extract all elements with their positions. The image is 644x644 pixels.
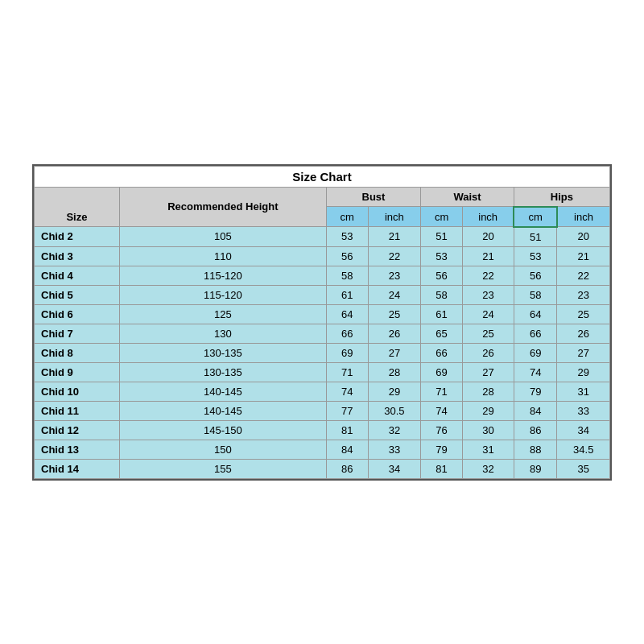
size-cell: Chid 7 bbox=[35, 324, 120, 343]
hips-inch-cell: 22 bbox=[557, 266, 610, 285]
size-cell: Chid 3 bbox=[35, 246, 120, 266]
table-row: Chid 14 155 86 34 81 32 89 35 bbox=[35, 459, 610, 478]
hips-inch-cell: 34 bbox=[557, 420, 610, 440]
hips-inch-cell: 34.5 bbox=[557, 440, 610, 459]
waist-inch-cell: 29 bbox=[463, 401, 514, 420]
bust-inch-cell: 25 bbox=[368, 304, 420, 324]
hips-cm-cell: 64 bbox=[514, 304, 557, 324]
hips-inch-cell: 33 bbox=[557, 401, 610, 420]
hips-inch-cell: 25 bbox=[557, 304, 610, 324]
hips-cm-cell: 51 bbox=[514, 227, 557, 247]
waist-cm-cell: 71 bbox=[421, 382, 463, 401]
bust-inch-cell: 28 bbox=[368, 362, 420, 382]
hips-cm-cell: 58 bbox=[514, 285, 557, 304]
waist-cm-cell: 69 bbox=[421, 362, 463, 382]
bust-cm-cell: 74 bbox=[326, 382, 368, 401]
waist-inch-cell: 31 bbox=[463, 440, 514, 459]
hips-cm-cell: 84 bbox=[514, 401, 557, 420]
hips-header: Hips bbox=[514, 187, 609, 207]
waist-cm-cell: 81 bbox=[421, 459, 463, 478]
header-group-row: Size Recommended Height Bust Waist Hips bbox=[35, 187, 610, 207]
waist-inch-cell: 26 bbox=[463, 343, 514, 362]
bust-cm-cell: 71 bbox=[326, 362, 368, 382]
hips-cm-cell: 79 bbox=[514, 382, 557, 401]
table-row: Chid 6 125 64 25 61 24 64 25 bbox=[35, 304, 610, 324]
hips-cm-cell: 69 bbox=[514, 343, 557, 362]
bust-cm-cell: 58 bbox=[326, 266, 368, 285]
height-cell: 150 bbox=[119, 440, 326, 459]
table-row: Chid 3 110 56 22 53 21 53 21 bbox=[35, 246, 610, 266]
height-cell: 130-135 bbox=[119, 343, 326, 362]
bust-cm-cell: 56 bbox=[326, 246, 368, 266]
size-cell: Chid 14 bbox=[35, 459, 120, 478]
bust-cm-cell: 53 bbox=[326, 227, 368, 247]
height-cell: 145-150 bbox=[119, 420, 326, 440]
size-cell: Chid 6 bbox=[35, 304, 120, 324]
bust-cm-unit: cm bbox=[326, 207, 368, 227]
table-title: Size Chart bbox=[35, 166, 610, 187]
waist-inch-cell: 23 bbox=[463, 285, 514, 304]
table-row: Chid 7 130 66 26 65 25 66 26 bbox=[35, 324, 610, 343]
table-body: Chid 2 105 53 21 51 20 51 20 Chid 3 110 … bbox=[35, 227, 610, 479]
size-cell: Chid 12 bbox=[35, 420, 120, 440]
table-row: Chid 9 130-135 71 28 69 27 74 29 bbox=[35, 362, 610, 382]
height-cell: 140-145 bbox=[119, 401, 326, 420]
waist-inch-cell: 22 bbox=[463, 266, 514, 285]
hips-inch-cell: 35 bbox=[557, 459, 610, 478]
hips-inch-cell: 29 bbox=[557, 362, 610, 382]
size-cell: Chid 5 bbox=[35, 285, 120, 304]
hips-cm-cell: 88 bbox=[514, 440, 557, 459]
height-cell: 140-145 bbox=[119, 382, 326, 401]
hips-cm-cell: 66 bbox=[514, 324, 557, 343]
hips-cm-cell: 56 bbox=[514, 266, 557, 285]
bust-inch-cell: 27 bbox=[368, 343, 420, 362]
height-cell: 105 bbox=[119, 227, 326, 247]
waist-cm-cell: 76 bbox=[421, 420, 463, 440]
waist-inch-cell: 32 bbox=[463, 459, 514, 478]
bust-inch-cell: 22 bbox=[368, 246, 420, 266]
bust-inch-cell: 30.5 bbox=[368, 401, 420, 420]
bust-inch-cell: 23 bbox=[368, 266, 420, 285]
hips-inch-cell: 20 bbox=[557, 227, 610, 247]
bust-inch-cell: 34 bbox=[368, 459, 420, 478]
bust-inch-cell: 24 bbox=[368, 285, 420, 304]
waist-cm-cell: 66 bbox=[421, 343, 463, 362]
table-row: Chid 8 130-135 69 27 66 26 69 27 bbox=[35, 343, 610, 362]
size-header: Size bbox=[35, 187, 120, 227]
title-row: Size Chart bbox=[35, 166, 610, 187]
size-cell: Chid 13 bbox=[35, 440, 120, 459]
table-row: Chid 12 145-150 81 32 76 30 86 34 bbox=[35, 420, 610, 440]
bust-header: Bust bbox=[326, 187, 420, 207]
rec-height-header: Recommended Height bbox=[119, 187, 326, 227]
hips-inch-cell: 26 bbox=[557, 324, 610, 343]
table-row: Chid 4 115-120 58 23 56 22 56 22 bbox=[35, 266, 610, 285]
waist-inch-cell: 20 bbox=[463, 227, 514, 247]
size-chart-table: Size Chart Size Recommended Height Bust … bbox=[34, 166, 610, 479]
bust-cm-cell: 77 bbox=[326, 401, 368, 420]
bust-cm-cell: 81 bbox=[326, 420, 368, 440]
bust-cm-cell: 66 bbox=[326, 324, 368, 343]
table-row: Chid 13 150 84 33 79 31 88 34.5 bbox=[35, 440, 610, 459]
waist-cm-cell: 79 bbox=[421, 440, 463, 459]
size-cell: Chid 8 bbox=[35, 343, 120, 362]
waist-inch-cell: 25 bbox=[463, 324, 514, 343]
bust-cm-cell: 69 bbox=[326, 343, 368, 362]
hips-inch-cell: 27 bbox=[557, 343, 610, 362]
height-cell: 130-135 bbox=[119, 362, 326, 382]
bust-cm-cell: 86 bbox=[326, 459, 368, 478]
waist-cm-unit: cm bbox=[421, 207, 463, 227]
table-row: Chid 10 140-145 74 29 71 28 79 31 bbox=[35, 382, 610, 401]
waist-cm-cell: 53 bbox=[421, 246, 463, 266]
bust-cm-cell: 61 bbox=[326, 285, 368, 304]
hips-cm-unit: cm bbox=[514, 207, 557, 227]
waist-cm-cell: 58 bbox=[421, 285, 463, 304]
size-cell: Chid 10 bbox=[35, 382, 120, 401]
height-cell: 115-120 bbox=[119, 285, 326, 304]
size-chart-wrapper: Size Chart Size Recommended Height Bust … bbox=[32, 164, 612, 481]
waist-inch-cell: 28 bbox=[463, 382, 514, 401]
waist-cm-cell: 65 bbox=[421, 324, 463, 343]
hips-inch-cell: 21 bbox=[557, 246, 610, 266]
bust-inch-cell: 32 bbox=[368, 420, 420, 440]
waist-inch-cell: 24 bbox=[463, 304, 514, 324]
height-cell: 155 bbox=[119, 459, 326, 478]
